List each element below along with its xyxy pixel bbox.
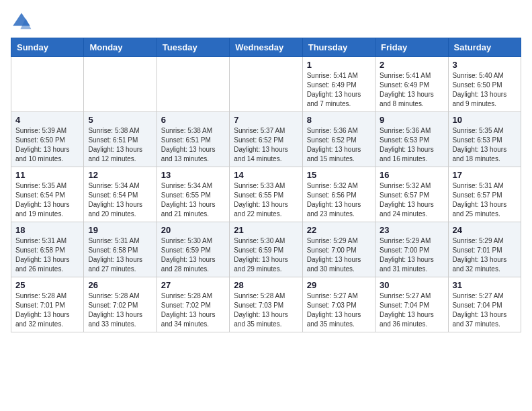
day-number: 19 <box>88 225 152 235</box>
calendar-week-row: 1Sunrise: 5:41 AM Sunset: 6:49 PM Daylig… <box>11 57 521 112</box>
calendar-day-header: Saturday <box>448 38 521 57</box>
day-info: Sunrise: 5:27 AM Sunset: 7:04 PM Dayligh… <box>453 291 517 329</box>
calendar-header-row: SundayMondayTuesdayWednesdayThursdayFrid… <box>11 38 521 57</box>
day-number: 3 <box>453 60 517 70</box>
day-number: 21 <box>234 225 298 235</box>
day-info: Sunrise: 5:41 AM Sunset: 6:49 PM Dayligh… <box>380 71 443 109</box>
day-info: Sunrise: 5:28 AM Sunset: 7:01 PM Dayligh… <box>15 291 79 329</box>
calendar-cell: 23Sunrise: 5:29 AM Sunset: 7:00 PM Dayli… <box>375 222 448 277</box>
day-info: Sunrise: 5:29 AM Sunset: 7:00 PM Dayligh… <box>380 236 443 274</box>
day-number: 28 <box>234 280 298 290</box>
day-info: Sunrise: 5:34 AM Sunset: 6:54 PM Dayligh… <box>88 181 152 219</box>
logo-icon <box>11 11 32 32</box>
day-number: 29 <box>307 280 371 290</box>
day-info: Sunrise: 5:27 AM Sunset: 7:03 PM Dayligh… <box>307 291 371 329</box>
calendar-week-row: 4Sunrise: 5:39 AM Sunset: 6:50 PM Daylig… <box>11 112 521 167</box>
logo <box>11 11 35 32</box>
day-number: 31 <box>453 280 517 290</box>
calendar-cell: 19Sunrise: 5:31 AM Sunset: 6:58 PM Dayli… <box>84 222 157 277</box>
day-info: Sunrise: 5:41 AM Sunset: 6:49 PM Dayligh… <box>307 71 371 109</box>
day-number: 8 <box>307 115 371 125</box>
day-info: Sunrise: 5:28 AM Sunset: 7:02 PM Dayligh… <box>88 291 152 329</box>
day-info: Sunrise: 5:34 AM Sunset: 6:55 PM Dayligh… <box>161 181 225 219</box>
day-number: 23 <box>380 225 443 235</box>
day-info: Sunrise: 5:38 AM Sunset: 6:51 PM Dayligh… <box>161 126 225 164</box>
day-info: Sunrise: 5:31 AM Sunset: 6:57 PM Dayligh… <box>453 181 517 219</box>
calendar-cell: 15Sunrise: 5:32 AM Sunset: 6:56 PM Dayli… <box>302 167 375 222</box>
calendar-cell: 27Sunrise: 5:28 AM Sunset: 7:02 PM Dayli… <box>157 277 229 332</box>
calendar-cell <box>157 57 229 112</box>
day-info: Sunrise: 5:28 AM Sunset: 7:03 PM Dayligh… <box>234 291 298 329</box>
day-number: 24 <box>453 225 517 235</box>
calendar-cell <box>11 57 84 112</box>
day-info: Sunrise: 5:31 AM Sunset: 6:58 PM Dayligh… <box>88 236 152 274</box>
day-info: Sunrise: 5:29 AM Sunset: 7:00 PM Dayligh… <box>307 236 371 274</box>
calendar-cell: 10Sunrise: 5:35 AM Sunset: 6:53 PM Dayli… <box>448 112 521 167</box>
day-info: Sunrise: 5:32 AM Sunset: 6:57 PM Dayligh… <box>380 181 443 219</box>
calendar-cell: 18Sunrise: 5:31 AM Sunset: 6:58 PM Dayli… <box>11 222 84 277</box>
day-info: Sunrise: 5:36 AM Sunset: 6:53 PM Dayligh… <box>380 126 443 164</box>
calendar-cell: 5Sunrise: 5:38 AM Sunset: 6:51 PM Daylig… <box>84 112 157 167</box>
calendar-week-row: 25Sunrise: 5:28 AM Sunset: 7:01 PM Dayli… <box>11 277 521 332</box>
calendar-header: SundayMondayTuesdayWednesdayThursdayFrid… <box>11 38 521 57</box>
calendar-cell: 17Sunrise: 5:31 AM Sunset: 6:57 PM Dayli… <box>448 167 521 222</box>
calendar-cell: 3Sunrise: 5:40 AM Sunset: 6:50 PM Daylig… <box>448 57 521 112</box>
day-number: 10 <box>453 115 517 125</box>
calendar-week-row: 11Sunrise: 5:35 AM Sunset: 6:54 PM Dayli… <box>11 167 521 222</box>
day-number: 27 <box>161 280 225 290</box>
calendar-cell: 8Sunrise: 5:36 AM Sunset: 6:52 PM Daylig… <box>302 112 375 167</box>
day-number: 16 <box>380 170 443 180</box>
day-number: 15 <box>307 170 371 180</box>
calendar-cell: 28Sunrise: 5:28 AM Sunset: 7:03 PM Dayli… <box>230 277 302 332</box>
day-number: 6 <box>161 115 225 125</box>
day-number: 20 <box>161 225 225 235</box>
calendar-day-header: Friday <box>375 38 448 57</box>
day-info: Sunrise: 5:38 AM Sunset: 6:51 PM Dayligh… <box>88 126 152 164</box>
calendar-cell: 11Sunrise: 5:35 AM Sunset: 6:54 PM Dayli… <box>11 167 84 222</box>
day-number: 12 <box>88 170 152 180</box>
calendar-cell: 29Sunrise: 5:27 AM Sunset: 7:03 PM Dayli… <box>302 277 375 332</box>
day-info: Sunrise: 5:39 AM Sunset: 6:50 PM Dayligh… <box>15 126 79 164</box>
calendar-table: SundayMondayTuesdayWednesdayThursdayFrid… <box>11 38 521 332</box>
day-number: 2 <box>380 60 443 70</box>
calendar-cell: 16Sunrise: 5:32 AM Sunset: 6:57 PM Dayli… <box>375 167 448 222</box>
day-number: 4 <box>15 115 79 125</box>
day-info: Sunrise: 5:30 AM Sunset: 6:59 PM Dayligh… <box>234 236 298 274</box>
calendar-cell <box>84 57 157 112</box>
calendar-cell: 1Sunrise: 5:41 AM Sunset: 6:49 PM Daylig… <box>302 57 375 112</box>
day-number: 5 <box>88 115 152 125</box>
calendar-cell: 30Sunrise: 5:27 AM Sunset: 7:04 PM Dayli… <box>375 277 448 332</box>
calendar-cell: 6Sunrise: 5:38 AM Sunset: 6:51 PM Daylig… <box>157 112 229 167</box>
calendar-cell: 20Sunrise: 5:30 AM Sunset: 6:59 PM Dayli… <box>157 222 229 277</box>
day-info: Sunrise: 5:35 AM Sunset: 6:53 PM Dayligh… <box>453 126 517 164</box>
day-number: 18 <box>15 225 79 235</box>
day-info: Sunrise: 5:32 AM Sunset: 6:56 PM Dayligh… <box>307 181 371 219</box>
calendar-cell: 26Sunrise: 5:28 AM Sunset: 7:02 PM Dayli… <box>84 277 157 332</box>
page-header <box>11 11 521 32</box>
day-number: 30 <box>380 280 443 290</box>
day-info: Sunrise: 5:31 AM Sunset: 6:58 PM Dayligh… <box>15 236 79 274</box>
day-number: 9 <box>380 115 443 125</box>
calendar-week-row: 18Sunrise: 5:31 AM Sunset: 6:58 PM Dayli… <box>11 222 521 277</box>
calendar-cell: 9Sunrise: 5:36 AM Sunset: 6:53 PM Daylig… <box>375 112 448 167</box>
day-info: Sunrise: 5:36 AM Sunset: 6:52 PM Dayligh… <box>307 126 371 164</box>
day-number: 13 <box>161 170 225 180</box>
calendar-day-header: Tuesday <box>157 38 229 57</box>
calendar-cell: 13Sunrise: 5:34 AM Sunset: 6:55 PM Dayli… <box>157 167 229 222</box>
day-number: 11 <box>15 170 79 180</box>
day-number: 17 <box>453 170 517 180</box>
calendar-cell: 14Sunrise: 5:33 AM Sunset: 6:55 PM Dayli… <box>230 167 302 222</box>
calendar-day-header: Monday <box>84 38 157 57</box>
calendar-cell: 7Sunrise: 5:37 AM Sunset: 6:52 PM Daylig… <box>230 112 302 167</box>
day-number: 26 <box>88 280 152 290</box>
day-info: Sunrise: 5:27 AM Sunset: 7:04 PM Dayligh… <box>380 291 443 329</box>
calendar-body: 1Sunrise: 5:41 AM Sunset: 6:49 PM Daylig… <box>11 57 521 332</box>
day-number: 25 <box>15 280 79 290</box>
calendar-day-header: Sunday <box>11 38 84 57</box>
day-info: Sunrise: 5:28 AM Sunset: 7:02 PM Dayligh… <box>161 291 225 329</box>
calendar-day-header: Wednesday <box>230 38 302 57</box>
calendar-cell: 12Sunrise: 5:34 AM Sunset: 6:54 PM Dayli… <box>84 167 157 222</box>
calendar-day-header: Thursday <box>302 38 375 57</box>
day-number: 1 <box>307 60 371 70</box>
calendar-cell <box>230 57 302 112</box>
